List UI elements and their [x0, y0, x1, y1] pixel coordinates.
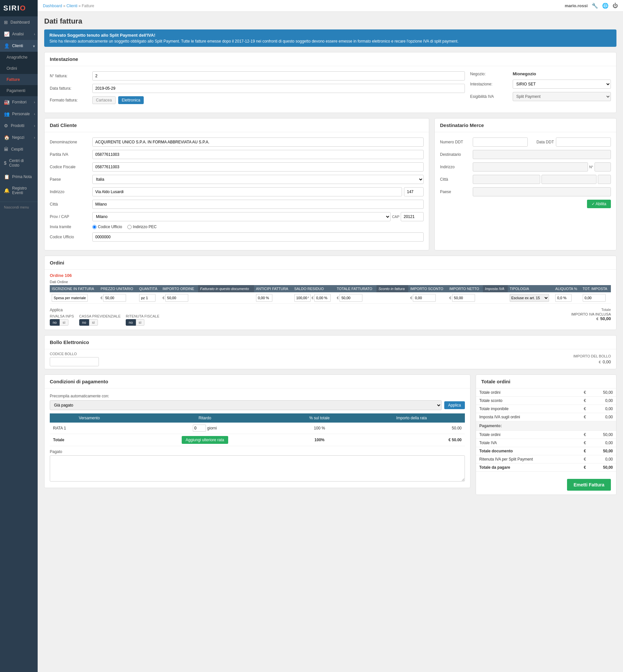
- precompila-select[interactable]: Già pagato: [50, 400, 442, 410]
- ritardo-input[interactable]: [193, 425, 206, 432]
- saldo-residuo-input[interactable]: [294, 294, 311, 302]
- codice-fiscale-row: Codice Fiscale: [50, 162, 424, 172]
- order-table-wrap: Dati Ordine ISCRIZIONE IN FATTURA PREZZO…: [44, 280, 616, 308]
- invia-pec-radio[interactable]: [127, 225, 131, 229]
- formato-label: Formato fattura:: [50, 98, 92, 102]
- pag-row-1: Totale IVA € 0,00: [476, 439, 616, 447]
- sidebar-item-ordini[interactable]: Ordini: [0, 63, 38, 74]
- emetti-fattura-btn[interactable]: Emetti Fattura: [567, 479, 611, 491]
- cap-input[interactable]: [401, 212, 424, 221]
- anticipi-input[interactable]: [256, 294, 272, 302]
- ritenuta-toggle: RITENUTA FISCALE no sì: [126, 314, 159, 326]
- rivalsa-si-btn[interactable]: sì: [60, 319, 68, 326]
- civico-input[interactable]: [404, 187, 424, 196]
- add-rata-btn[interactable]: Aggiungi ulteriore rata: [182, 436, 228, 444]
- ritenuta-no-btn[interactable]: no: [126, 319, 136, 326]
- sidebar-item-fatture[interactable]: Fatture: [0, 74, 38, 85]
- numero-ddt-input[interactable]: [473, 138, 528, 147]
- importo-ordine-input[interactable]: [165, 294, 188, 302]
- invia-codice-label[interactable]: Codice Ufficio: [92, 224, 122, 229]
- tipologia-select[interactable]: Escluse ex art. 15: [510, 294, 549, 302]
- dest-paese-input[interactable]: [473, 187, 611, 196]
- sidebar-item-prodotti[interactable]: ⚙ Prodotti ›: [0, 120, 38, 131]
- sidebar-item-registroeventi[interactable]: 🔔 Registro Eventi: [0, 183, 38, 198]
- sidebar-item-label: Prodotti: [11, 123, 24, 128]
- denominazione-input[interactable]: [92, 138, 424, 147]
- data-ddt-input[interactable]: [556, 138, 611, 147]
- intestazione-select[interactable]: SIRIO SET: [513, 80, 611, 89]
- tot-imposta-input[interactable]: [583, 294, 606, 302]
- prezzo-input[interactable]: [103, 294, 126, 302]
- formato-cartacea-btn[interactable]: Cartacea: [92, 96, 116, 104]
- codice-bollo-input[interactable]: [50, 357, 99, 366]
- data-fattura-input[interactable]: [92, 84, 465, 93]
- rivalsa-no-btn[interactable]: no: [50, 319, 60, 326]
- formato-elettronica-btn[interactable]: Elettronica: [118, 96, 144, 104]
- quantita-input[interactable]: [139, 294, 155, 302]
- invia-label: Invia tramite: [50, 224, 92, 229]
- sidebar-item-pagamenti[interactable]: Pagamenti: [0, 85, 38, 96]
- abilita-row: ✓ Abilita: [440, 200, 611, 208]
- invia-pec-label[interactable]: Indirizzo PEC: [127, 224, 157, 229]
- cassa-si-btn[interactable]: sì: [89, 319, 98, 326]
- breadcrumb-dashboard[interactable]: Dashboard: [43, 4, 62, 8]
- col-importo-sconto: IMPORTO SCONTO: [408, 285, 447, 292]
- prov-select[interactable]: Milano: [92, 212, 391, 221]
- n-fattura-input[interactable]: [92, 71, 465, 81]
- sidebar-item-clienti[interactable]: 👤 Clienti ∨: [0, 40, 38, 52]
- settings-icon[interactable]: 🔧: [592, 3, 598, 9]
- dest-destinatario-input[interactable]: [473, 150, 611, 159]
- applica-precompila-btn[interactable]: Applica: [444, 401, 465, 409]
- rivalsa-toggle: RIVALSA INPS no sì: [50, 314, 74, 326]
- power-icon[interactable]: ⏻: [613, 3, 618, 9]
- totale-fatt-input[interactable]: [339, 294, 362, 302]
- toggle-group: RIVALSA INPS no sì CASSA PREVIDENZIALE n…: [50, 314, 159, 326]
- breadcrumb-clienti[interactable]: Clienti: [66, 4, 77, 8]
- condizioni-pagamento-section: Condizioni di pagamento Precompila autom…: [44, 374, 470, 488]
- dest-citta3-input[interactable]: [598, 175, 611, 184]
- partita-iva-input[interactable]: [92, 150, 424, 159]
- invia-codice-radio[interactable]: [92, 225, 96, 229]
- applica-section: Applica RIVALSA INPS no sì CASSA PREVIDE…: [44, 308, 616, 330]
- sidebar-item-fornitori[interactable]: 🏭 Fornitori ›: [0, 96, 38, 108]
- esigibilita-select[interactable]: Split Payment: [513, 92, 611, 101]
- saldo-res2-input[interactable]: [314, 294, 331, 302]
- sidebar-item-dashboard[interactable]: ⊞ Dashboard: [0, 17, 38, 28]
- codice-ufficio-label: Codice Ufficio: [50, 235, 92, 239]
- sidebar-item-centricosto[interactable]: $ Centri di Costo: [0, 155, 38, 171]
- abilita-button[interactable]: ✓ Abilita: [587, 200, 611, 208]
- pagato-textarea[interactable]: [50, 455, 465, 482]
- ritenuta-si-btn[interactable]: sì: [136, 319, 145, 326]
- importo-sconto-input[interactable]: [413, 294, 436, 302]
- sidebar-item-analisi[interactable]: 📈 Analisi ›: [0, 28, 38, 40]
- bollo-left: CODICE BOLLO: [50, 352, 99, 366]
- dest-citta-input[interactable]: [473, 175, 540, 184]
- dest-n-input[interactable]: [595, 162, 611, 172]
- paese-select[interactable]: Italia: [92, 175, 424, 184]
- dest-citta-label: Città: [440, 177, 473, 182]
- cliente-dest-cols: Dati Cliente Denominazione Partita IVA C…: [44, 118, 617, 256]
- cassa-no-btn[interactable]: no: [79, 319, 89, 326]
- sidebar-item-cespiti[interactable]: 🏛 Cespiti: [0, 143, 38, 155]
- sidebar-item-label: Clienti: [12, 43, 23, 48]
- indirizzo-input[interactable]: [92, 187, 402, 196]
- codice-fiscale-input[interactable]: [92, 162, 424, 172]
- aliquota-input[interactable]: [555, 294, 572, 302]
- sidebar-item-primanota[interactable]: 📋 Prima Nota: [0, 171, 38, 183]
- hide-menu-btn[interactable]: Nascondi menu: [0, 202, 38, 212]
- sidebar-item-negozi[interactable]: 🏠 Negozi ›: [0, 131, 38, 143]
- codice-ufficio-input[interactable]: [92, 233, 424, 242]
- importo-netto-input[interactable]: [452, 294, 475, 302]
- n-fattura-row: N° fattura:: [50, 71, 465, 81]
- sidebar-item-anagrafiche[interactable]: Anagrafiche: [0, 52, 38, 63]
- pag-row-2: Totale documento € 50,00: [476, 447, 616, 455]
- pag-cell-val-1: 0,00: [589, 439, 616, 447]
- citta-input[interactable]: [92, 200, 424, 209]
- dest-citta2-input[interactable]: [541, 175, 596, 184]
- sidebar-item-label: Prima Nota: [12, 175, 32, 179]
- dest-indirizzo-input[interactable]: [473, 162, 588, 172]
- sidebar-item-personale[interactable]: 👥 Personale ›: [0, 108, 38, 120]
- pagamento-table: Versamento Ritardo % sul totale Importo …: [50, 414, 465, 446]
- iscrizione-input[interactable]: [52, 294, 88, 302]
- globe-icon[interactable]: 🌐: [602, 3, 609, 9]
